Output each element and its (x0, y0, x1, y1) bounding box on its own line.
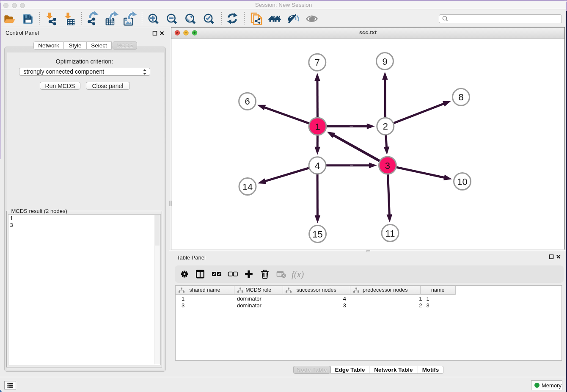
svg-text:10: 10 (457, 176, 467, 187)
svg-text:1: 1 (315, 121, 320, 132)
svg-text:2: 2 (383, 121, 388, 132)
svg-text:7: 7 (315, 57, 320, 68)
svg-text:15: 15 (312, 229, 322, 239)
svg-text:11: 11 (385, 228, 395, 238)
svg-text:9: 9 (382, 56, 387, 66)
svg-text:4: 4 (315, 160, 320, 171)
svg-text:14: 14 (242, 181, 253, 192)
svg-text:6: 6 (245, 96, 250, 107)
svg-text:3: 3 (385, 160, 390, 171)
svg-text:f(x): f(x) (292, 269, 304, 279)
svg-text:8: 8 (458, 92, 463, 102)
